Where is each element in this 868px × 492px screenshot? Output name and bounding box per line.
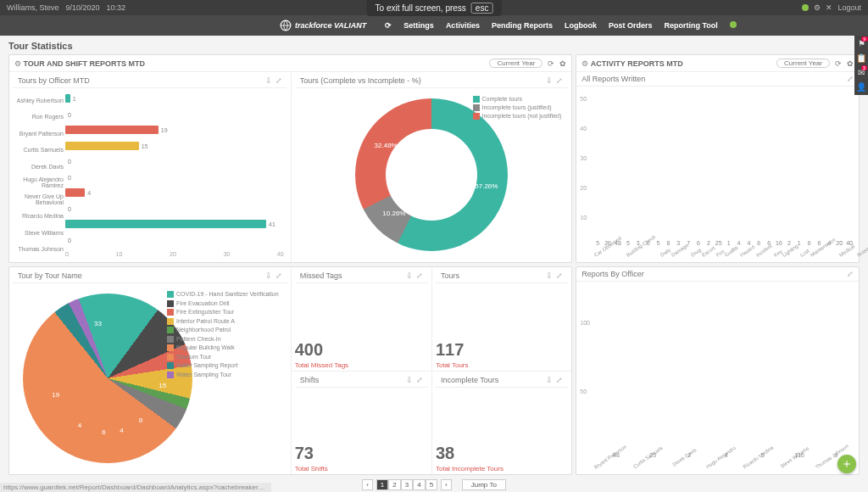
section-title: TOUR AND SHIFT REPORTS MTD <box>24 59 146 68</box>
section-cog-icon[interactable]: ⚙ <box>581 59 588 68</box>
kpi-title: Incomplete Tours <box>441 376 498 384</box>
range-selector[interactable]: Current Year <box>489 59 542 68</box>
gear-icon[interactable]: ⚙ <box>814 3 821 12</box>
chart-title-donut: Tours (Complete vs Incomplete - %) <box>300 76 421 85</box>
rail-user-icon[interactable]: 👤 <box>856 82 866 92</box>
section-header-tours: ⚙ TOUR AND SHIFT REPORTS MTD Current Yea… <box>9 55 571 72</box>
page-number[interactable]: 5 <box>426 479 437 490</box>
kpi-missed-tags: 400 <box>295 340 428 360</box>
logout-link[interactable]: Logout <box>837 3 861 12</box>
main-nav: trackforce VALIANT ⟳ Settings Activities… <box>0 15 868 36</box>
expand-icon[interactable]: ⤢ <box>556 376 563 384</box>
kpi-title: Missed Tags <box>300 271 342 280</box>
rail-messages-icon[interactable]: ✉3 <box>858 68 865 77</box>
nav-activities[interactable]: Activities <box>446 21 480 30</box>
nav-post-orders[interactable]: Post Orders <box>609 21 653 30</box>
kpi-incomplete-tours: 38 <box>436 444 568 463</box>
kpi-label: Total Missed Tags <box>295 361 428 369</box>
download-icon[interactable]: ⇩ <box>406 271 413 280</box>
expand-icon[interactable]: ⤢ <box>416 376 423 384</box>
expand-icon[interactable]: ⤢ <box>275 271 282 280</box>
fullscreen-msg: To exit full screen, press <box>376 3 466 13</box>
nav-reporting-tool[interactable]: Reporting Tool <box>664 21 717 30</box>
pagination-footer: ‹ 12345 › Jump To https://www.guardtek.n… <box>0 477 868 492</box>
brand-logo[interactable]: trackforce VALIANT <box>280 20 366 31</box>
refresh-icon[interactable]: ⟳ <box>835 59 842 68</box>
download-icon[interactable]: ⇩ <box>265 76 272 85</box>
brand-text: trackforce VALIANT <box>295 21 366 30</box>
status-dot-icon <box>802 4 809 11</box>
kpi-label: Total Shifts <box>295 465 428 472</box>
section-title: ACTIVITY REPORTS MTD <box>591 59 683 68</box>
current-time: 10:32 <box>107 3 126 12</box>
kpi-title: Shifts <box>300 376 320 384</box>
refresh-icon[interactable]: ⟳ <box>548 59 554 68</box>
chart-tours-complete-donut: 57.26%10.26%32.48% Complete toursIncompl… <box>298 92 565 257</box>
chart-tour-by-name: 1584641933 COVID-19 - Hand Sanitizer Ver… <box>16 287 284 469</box>
globe-icon <box>280 20 292 31</box>
page-title: Tour Statistics <box>8 41 860 51</box>
chart-reports-by-officer: 5010048252451169Bryant PattersonCurtis S… <box>580 285 855 471</box>
download-icon[interactable]: ⇩ <box>265 271 272 280</box>
chart-title-all-reports: All Reports Written <box>581 75 645 83</box>
expand-icon[interactable]: ⤢ <box>556 271 563 280</box>
kpi-total-shifts: 73 <box>295 444 428 463</box>
notification-dot-icon[interactable] <box>730 21 737 28</box>
fullscreen-hint: To exit full screen, press esc <box>367 0 502 16</box>
download-icon[interactable]: ⇩ <box>546 271 553 280</box>
jump-to-button[interactable]: Jump To <box>462 479 506 490</box>
page-prev[interactable]: ‹ <box>362 479 373 490</box>
page-number[interactable]: 3 <box>401 479 413 490</box>
kpi-title: Tours <box>441 271 459 280</box>
page-number[interactable]: 4 <box>413 479 425 490</box>
kpi-label: Total Tours <box>436 361 568 369</box>
download-icon[interactable]: ⇩ <box>546 76 553 85</box>
page-next[interactable]: › <box>441 479 452 490</box>
refresh-icon[interactable]: ⟳ <box>385 21 392 30</box>
nav-pending-reports[interactable]: Pending Reports <box>492 21 553 30</box>
download-icon[interactable]: ⇩ <box>406 376 413 384</box>
chart-title-tourname: Tour by Tour Name <box>18 271 82 280</box>
expand-icon[interactable]: ⤢ <box>556 76 563 85</box>
chart-title-reports-officer: Reports By Officer <box>581 270 643 278</box>
chart-title-tours-officer: Tours by Officer MTD <box>18 76 90 85</box>
nav-settings[interactable]: Settings <box>403 21 434 30</box>
settings-icon[interactable]: ✿ <box>847 59 854 68</box>
chart-tours-by-officer: Ashley Robertson1Ron Rogers0Bryant Patte… <box>16 92 284 257</box>
current-user: Williams, Steve <box>7 3 59 12</box>
section-cog-icon[interactable]: ⚙ <box>14 59 21 68</box>
page-number[interactable]: 2 <box>388 479 400 490</box>
download-icon[interactable]: ⇩ <box>546 376 553 384</box>
rail-alerts-icon[interactable]: ⚑9 <box>858 39 865 48</box>
right-rail: ⚑9 📋 ✉3 👤 <box>854 36 868 95</box>
settings-icon[interactable]: ✿ <box>559 59 566 68</box>
add-fab-button[interactable]: ＋ <box>837 455 856 473</box>
current-date: 9/10/2020 <box>66 3 100 12</box>
chart-all-reports: 1020304050526485365837622514466162166420… <box>580 90 855 259</box>
section-header-activity: ⚙ ACTIVITY REPORTS MTD Current Year ⟳ ✿ <box>576 55 859 72</box>
nav-logbook[interactable]: Logbook <box>565 21 597 30</box>
kpi-label: Total Incomplete Tours <box>436 465 568 472</box>
close-icon[interactable]: ✕ <box>826 3 832 12</box>
expand-icon[interactable]: ⤢ <box>847 75 854 83</box>
expand-icon[interactable]: ⤢ <box>416 271 423 280</box>
range-selector[interactable]: Current Year <box>776 59 830 68</box>
expand-icon[interactable]: ⤢ <box>275 76 282 85</box>
status-url: https://www.guardtek.net/Report/Dashboar… <box>0 483 271 492</box>
kpi-total-tours: 117 <box>436 340 568 360</box>
rail-clipboard-icon[interactable]: 📋 <box>856 53 866 63</box>
expand-icon[interactable]: ⤢ <box>847 270 854 278</box>
esc-key: esc <box>471 3 493 14</box>
page-number[interactable]: 1 <box>376 479 388 490</box>
